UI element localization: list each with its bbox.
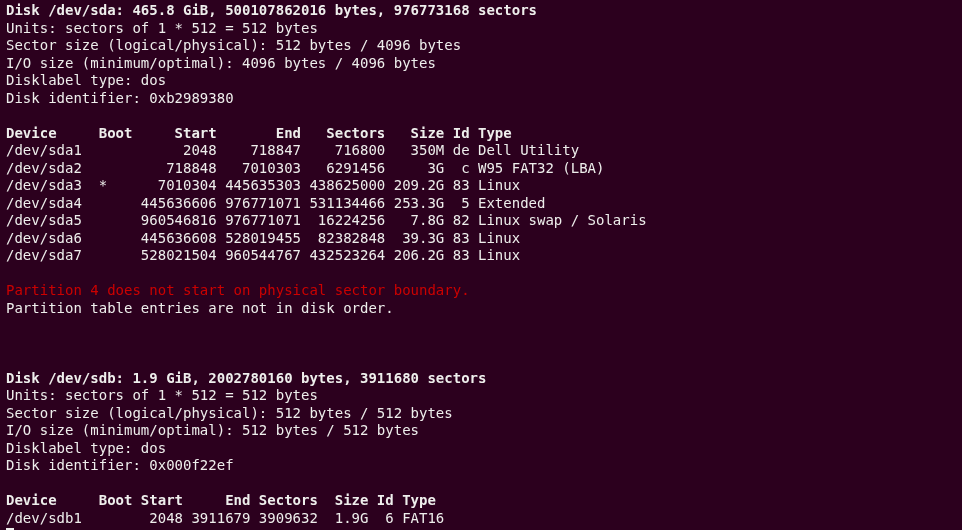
sector-size-line: Sector size (logical/physical): 512 byte…: [6, 37, 461, 53]
sector-size-line: Sector size (logical/physical): 512 byte…: [6, 405, 453, 421]
disk-header-sda: Disk /dev/sda: 465.8 GiB, 500107862016 b…: [6, 2, 537, 18]
disk-header-sdb: Disk /dev/sdb: 1.9 GiB, 2002780160 bytes…: [6, 370, 486, 386]
partition-row: /dev/sda2 718848 7010303 6291456 3G c W9…: [6, 160, 604, 176]
partition-row: /dev/sda3 * 7010304 445635303 438625000 …: [6, 177, 520, 193]
label-type-line: Disklabel type: dos: [6, 440, 166, 456]
identifier-line: Disk identifier: 0xb2989380: [6, 90, 234, 106]
terminal-output: Disk /dev/sda: 465.8 GiB, 500107862016 b…: [6, 2, 956, 530]
io-size-line: I/O size (minimum/optimal): 512 bytes / …: [6, 422, 419, 438]
label-type-line: Disklabel type: dos: [6, 72, 166, 88]
disk-order-note: Partition table entries are not in disk …: [6, 300, 394, 316]
partition-row: /dev/sda1 2048 718847 716800 350M de Del…: [6, 142, 579, 158]
partition-row: /dev/sda4 445636606 976771071 531134466 …: [6, 195, 545, 211]
io-size-line: I/O size (minimum/optimal): 4096 bytes /…: [6, 55, 436, 71]
partition-row: /dev/sda5 960546816 976771071 16224256 7…: [6, 212, 647, 228]
units-line: Units: sectors of 1 * 512 = 512 bytes: [6, 20, 318, 36]
partition-table-header: Device Boot Start End Sectors Size Id Ty…: [6, 125, 512, 141]
partition-row: /dev/sda6 445636608 528019455 82382848 3…: [6, 230, 520, 246]
units-line: Units: sectors of 1 * 512 = 512 bytes: [6, 387, 318, 403]
partition-row: /dev/sda7 528021504 960544767 432523264 …: [6, 247, 520, 263]
partition-table-header: Device Boot Start End Sectors Size Id Ty…: [6, 492, 436, 508]
partition-row: /dev/sdb1 2048 3911679 3909632 1.9G 6 FA…: [6, 510, 444, 526]
sector-boundary-warning: Partition 4 does not start on physical s…: [6, 282, 470, 298]
identifier-line: Disk identifier: 0x000f22ef: [6, 457, 234, 473]
